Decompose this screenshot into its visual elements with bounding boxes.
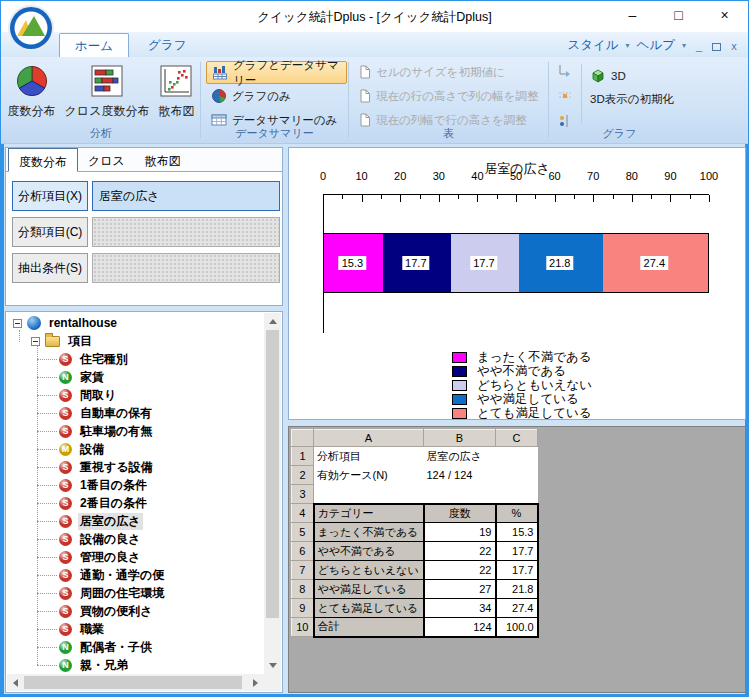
analysis-item-value[interactable]: 居室の広さ — [92, 181, 280, 211]
child-minimize-button[interactable]: _ — [693, 40, 705, 52]
cell-a2[interactable]: 有効ケース(N) — [314, 466, 424, 485]
row-number[interactable]: 5 — [292, 523, 314, 542]
tab-graph[interactable]: グラフ — [133, 33, 201, 57]
panel-tab-cross[interactable]: クロス — [78, 148, 135, 171]
tree-item[interactable]: S周囲の住宅環境 — [7, 584, 264, 602]
tree-folder-items[interactable]: 項目 — [7, 332, 264, 350]
cell-b6[interactable]: 22 — [424, 542, 496, 561]
tree-item[interactable]: N家賃 — [7, 368, 264, 386]
cell-b5[interactable]: 19 — [424, 523, 496, 542]
tree-item[interactable]: S住宅種別 — [7, 350, 264, 368]
tree-item[interactable]: S1番目の条件 — [7, 476, 264, 494]
horizontal-scroll-thumb[interactable] — [24, 676, 242, 689]
cell-b8[interactable]: 27 — [424, 580, 496, 599]
analysis-item-label-button[interactable]: 分析項目(X) — [12, 181, 88, 211]
cell-c5[interactable]: 15.3 — [496, 523, 538, 542]
vertical-scroll-thumb[interactable] — [266, 330, 279, 618]
style-menu[interactable]: スタイル — [567, 37, 618, 54]
cell-c4[interactable]: % — [496, 504, 538, 523]
row-number[interactable]: 2 — [292, 466, 314, 485]
toggle-3d-button[interactable]: 3D — [588, 64, 676, 87]
tree-item[interactable]: S駐車場の有無 — [7, 422, 264, 440]
style-caret-icon[interactable]: ▾ — [626, 41, 630, 50]
scatter-plot-button[interactable]: 散布図 — [154, 62, 198, 122]
graph-only-button[interactable]: グラフのみ — [206, 85, 347, 108]
app-logo-icon[interactable] — [7, 4, 55, 52]
tree-item[interactable]: S自動車の保有 — [7, 404, 264, 422]
row-number[interactable]: 3 — [292, 485, 314, 504]
cell-b2[interactable]: 124 / 124 — [424, 466, 496, 485]
child-close-button[interactable]: x — [728, 40, 740, 52]
col-header-b[interactable]: B — [424, 430, 496, 447]
frequency-distribution-button[interactable]: 度数分布 — [4, 62, 60, 122]
cell-b10[interactable]: 124 — [424, 618, 496, 637]
cross-frequency-button[interactable]: クロス度数分布 — [61, 62, 154, 122]
scroll-up-icon[interactable] — [264, 313, 281, 330]
scroll-right-icon[interactable] — [247, 674, 264, 691]
tree-root[interactable]: rentalhouse — [7, 314, 264, 332]
filter-condition-value[interactable] — [92, 253, 280, 283]
reset-3d-view-button[interactable]: 3D表示の初期化 — [588, 88, 676, 111]
scroll-down-icon[interactable] — [264, 657, 281, 674]
cell-a5[interactable]: まったく不満である — [314, 523, 424, 542]
cell-a3[interactable] — [314, 485, 424, 504]
cell-b1[interactable]: 居室の広さ — [424, 447, 496, 466]
tree-item[interactable]: S職業 — [7, 620, 264, 638]
tree-horizontal-scrollbar[interactable] — [7, 674, 264, 691]
close-button[interactable]: × — [717, 7, 732, 23]
tree-item[interactable]: S2番目の条件 — [7, 494, 264, 512]
row-number[interactable]: 8 — [292, 580, 314, 599]
tree-item[interactable]: S重視する設備 — [7, 458, 264, 476]
minimize-button[interactable]: – — [625, 7, 640, 23]
panel-tab-frequency[interactable]: 度数分布 — [8, 148, 78, 172]
graph-and-summary-button[interactable]: グラフとデータサマリー — [206, 61, 347, 84]
cell-b7[interactable]: 22 — [424, 561, 496, 580]
tree-item[interactable]: S通勤・通学の便 — [7, 566, 264, 584]
cell-a6[interactable]: やや不満である — [314, 542, 424, 561]
corner-cell[interactable] — [292, 430, 314, 447]
axis-option-icon[interactable] — [557, 63, 573, 83]
tree-item[interactable]: M設備 — [7, 440, 264, 458]
cell-a7[interactable]: どちらともいえない — [314, 561, 424, 580]
collapse-icon[interactable] — [13, 319, 22, 328]
row-number[interactable]: 9 — [292, 599, 314, 618]
help-caret-icon[interactable]: ▾ — [682, 41, 686, 50]
cell-b4[interactable]: 度数 — [424, 504, 496, 523]
row-number[interactable]: 6 — [292, 542, 314, 561]
tree-item[interactable]: S管理の良さ — [7, 548, 264, 566]
row-number[interactable]: 1 — [292, 447, 314, 466]
tree-item[interactable]: S買物の便利さ — [7, 602, 264, 620]
tree-item[interactable]: N配偶者・子供 — [7, 638, 264, 656]
cell-c6[interactable]: 17.7 — [496, 542, 538, 561]
row-number[interactable]: 10 — [292, 618, 314, 637]
cell-c9[interactable]: 27.4 — [496, 599, 538, 618]
tree-item[interactable]: S設備の良さ — [7, 530, 264, 548]
tree-item[interactable]: S居室の広さ — [7, 512, 264, 530]
cell-a4[interactable]: カテゴリー — [314, 504, 424, 523]
row-number[interactable]: 7 — [292, 561, 314, 580]
col-header-c[interactable]: C — [496, 430, 538, 447]
tree-item[interactable]: S間取り — [7, 386, 264, 404]
cell-a9[interactable]: とても満足している — [314, 599, 424, 618]
cell-c3[interactable] — [496, 485, 538, 504]
cell-b3[interactable] — [424, 485, 496, 504]
cell-c10[interactable]: 100.0 — [496, 618, 538, 637]
classification-item-value[interactable] — [92, 217, 280, 247]
scroll-left-icon[interactable] — [7, 674, 24, 691]
classification-item-label-button[interactable]: 分類項目(C) — [12, 217, 88, 247]
filter-condition-label-button[interactable]: 抽出条件(S) — [12, 253, 88, 283]
tree-item[interactable]: N親・兄弟 — [7, 656, 264, 674]
tab-home[interactable]: ホーム — [59, 33, 129, 57]
cell-c8[interactable]: 21.8 — [496, 580, 538, 599]
col-header-a[interactable]: A — [314, 430, 424, 447]
cell-a10[interactable]: 合計 — [314, 618, 424, 637]
cell-c2[interactable] — [496, 466, 538, 485]
cell-a1[interactable]: 分析項目 — [314, 447, 424, 466]
row-number[interactable]: 4 — [292, 504, 314, 523]
help-menu[interactable]: ヘルプ — [637, 37, 675, 54]
collapse-icon[interactable] — [31, 337, 40, 346]
gridline-option-icon[interactable] — [557, 88, 573, 108]
cell-c7[interactable]: 17.7 — [496, 561, 538, 580]
child-restore-icon[interactable] — [712, 43, 721, 51]
cell-a8[interactable]: やや満足している — [314, 580, 424, 599]
